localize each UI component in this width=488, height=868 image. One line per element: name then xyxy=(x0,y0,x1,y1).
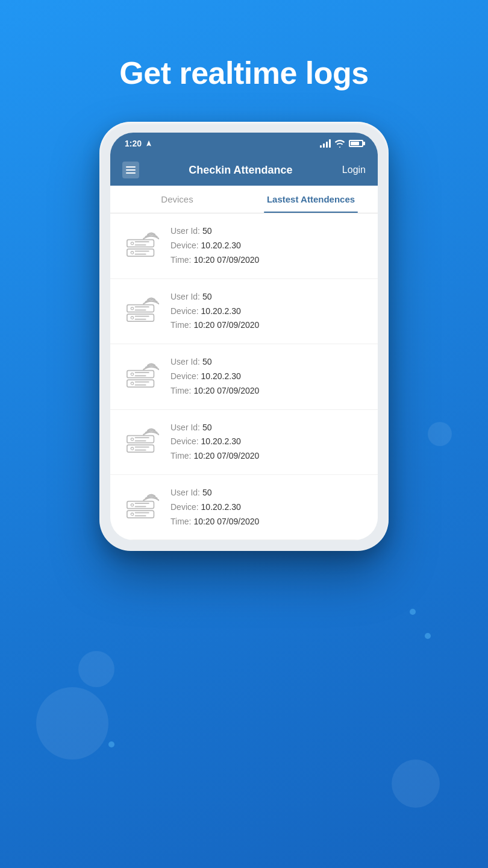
battery-icon xyxy=(349,140,363,147)
signal-icon xyxy=(320,139,331,148)
bg-decoration-1 xyxy=(36,687,108,760)
svg-point-1 xyxy=(131,242,133,245)
status-bar: 1:20 xyxy=(110,133,378,154)
bg-decoration-4 xyxy=(428,422,452,446)
phone-container: 1:20 xyxy=(0,122,488,551)
user-id-line: User Id: 50 xyxy=(170,355,366,370)
list-item: User Id: 50 Device: 10.20.2.30 Time: 10:… xyxy=(110,410,378,475)
app-header: Checkin Attendance Login xyxy=(110,154,378,186)
svg-point-5 xyxy=(131,251,133,254)
app-title: Checkin Attendance xyxy=(146,164,335,177)
device-icon xyxy=(123,360,159,393)
login-button[interactable]: Login xyxy=(342,165,366,175)
phone-screen: 1:20 xyxy=(110,133,378,540)
attendance-info: User Id: 50 Device: 10.20.2.30 Time: 10:… xyxy=(170,355,366,398)
bg-dot-1 xyxy=(410,609,416,615)
bg-decoration-2 xyxy=(78,651,114,687)
device-line: Device: 10.20.2.30 xyxy=(170,370,366,384)
time-line: Time: 10:20 07/09/2020 xyxy=(170,253,366,268)
svg-point-13 xyxy=(131,316,133,319)
phone-mockup: 1:20 xyxy=(99,122,389,551)
time-line: Time: 10:20 07/09/2020 xyxy=(170,318,366,333)
navigation-icon xyxy=(145,140,152,147)
user-id-line: User Id: 50 xyxy=(170,421,366,435)
tabs-bar: Devices Lastest Attendences xyxy=(110,186,378,213)
bg-decoration-3 xyxy=(392,760,440,808)
attendance-list: User Id: 50 Device: 10.20.2.30 Time: 10:… xyxy=(110,213,378,540)
device-line: Device: 10.20.2.30 xyxy=(170,304,366,319)
svg-point-25 xyxy=(131,438,133,441)
clock-time: 1:20 xyxy=(125,139,142,148)
user-id-line: User Id: 50 xyxy=(170,224,366,239)
device-icon xyxy=(123,230,159,262)
device-line: Device: 10.20.2.30 xyxy=(170,239,366,253)
attendance-info: User Id: 50 Device: 10.20.2.30 Time: 10:… xyxy=(170,486,366,529)
attendance-info: User Id: 50 Device: 10.20.2.30 Time: 10:… xyxy=(170,421,366,464)
list-item: User Id: 50 Device: 10.20.2.30 Time: 10:… xyxy=(110,475,378,540)
svg-point-37 xyxy=(131,513,133,515)
wifi-icon xyxy=(334,139,345,148)
device-icon xyxy=(123,491,159,524)
user-id-line: User Id: 50 xyxy=(170,290,366,304)
device-line: Device: 10.20.2.30 xyxy=(170,500,366,515)
svg-point-33 xyxy=(131,503,133,506)
device-icon-wrap xyxy=(122,358,160,395)
svg-point-21 xyxy=(131,382,133,385)
tab-lastest-attendences[interactable]: Lastest Attendences xyxy=(244,186,378,213)
time-line: Time: 10:20 07/09/2020 xyxy=(170,515,366,529)
time-line: Time: 10:20 07/09/2020 xyxy=(170,449,366,464)
list-item: User Id: 50 Device: 10.20.2.30 Time: 10:… xyxy=(110,344,378,409)
list-item: User Id: 50 Device: 10.20.2.30 Time: 10:… xyxy=(110,213,378,278)
list-item: User Id: 50 Device: 10.20.2.30 Time: 10:… xyxy=(110,279,378,344)
attendance-info: User Id: 50 Device: 10.20.2.30 Time: 10:… xyxy=(170,224,366,267)
device-icon-wrap xyxy=(122,489,160,526)
device-icon xyxy=(123,426,159,458)
time-line: Time: 10:20 07/09/2020 xyxy=(170,384,366,398)
device-icon-wrap xyxy=(122,423,160,461)
device-icon-wrap xyxy=(122,227,160,265)
page-title: Get realtime logs xyxy=(0,54,488,92)
svg-point-9 xyxy=(131,307,133,310)
status-time-section: 1:20 xyxy=(125,139,152,148)
user-id-line: User Id: 50 xyxy=(170,486,366,500)
svg-point-29 xyxy=(131,447,133,450)
menu-button[interactable] xyxy=(122,162,139,178)
device-line: Device: 10.20.2.30 xyxy=(170,435,366,449)
bg-dot-3 xyxy=(108,741,114,747)
device-icon-wrap xyxy=(122,292,160,330)
hero-section: Get realtime logs xyxy=(0,0,488,122)
device-icon xyxy=(123,295,159,327)
status-icons xyxy=(320,139,363,148)
svg-point-17 xyxy=(131,373,133,375)
bg-dot-2 xyxy=(425,633,431,639)
attendance-info: User Id: 50 Device: 10.20.2.30 Time: 10:… xyxy=(170,290,366,333)
tab-devices[interactable]: Devices xyxy=(110,186,244,213)
